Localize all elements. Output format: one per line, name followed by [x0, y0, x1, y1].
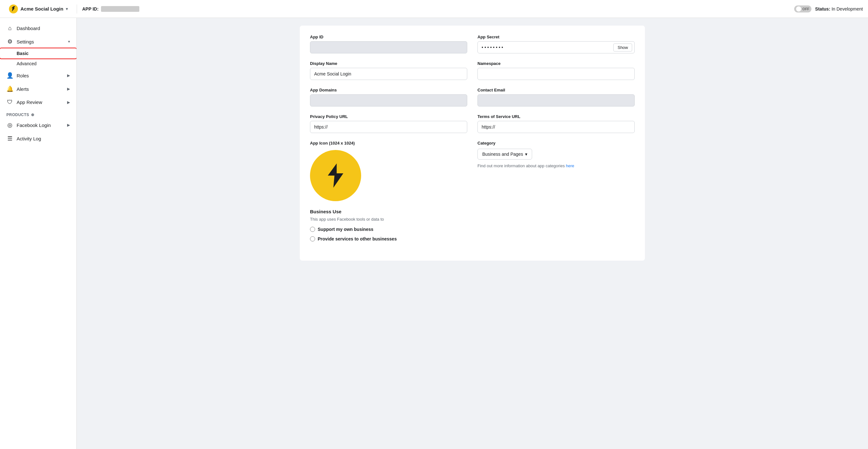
category-arrow: ▾ [525, 152, 527, 157]
facebook-login-label: Facebook Login [17, 122, 51, 128]
tos-input[interactable] [477, 121, 635, 133]
app-review-arrow: ▶ [67, 100, 70, 104]
home-icon: ⌂ [6, 25, 13, 32]
sidebar-item-basic[interactable]: Basic [0, 48, 76, 59]
sidebar-item-app-review[interactable]: 🛡 App Review ▶ [0, 96, 76, 109]
dropdown-icon: ▾ [66, 7, 68, 11]
category-info: Find out more information about app cate… [477, 163, 635, 168]
category-dropdown[interactable]: Business and Pages ▾ [477, 149, 532, 159]
status-toggle[interactable]: OFF [794, 5, 811, 12]
category-value: Business and Pages [482, 152, 523, 157]
contact-email-input[interactable] [477, 94, 635, 107]
display-name-input[interactable] [310, 68, 467, 80]
row-display-namespace: Display Name Namespace [310, 61, 635, 80]
group-category: Category Business and Pages ▾ Find out m… [477, 141, 635, 201]
row-app-id-secret: App ID App Secret Show [310, 34, 635, 53]
secret-wrapper: Show [477, 41, 635, 53]
sidebar-item-settings[interactable]: ⚙ Settings ▾ [0, 35, 76, 48]
app-id-field-label: App ID [310, 34, 467, 39]
app-review-label: App Review [17, 99, 42, 105]
products-label: PRODUCTS [6, 113, 29, 117]
radio-own-business-label: Support my own business [318, 227, 373, 232]
sidebar-item-activity-log[interactable]: ☰ Activity Log [0, 132, 76, 145]
topbar-right: OFF Status: In Development [794, 5, 863, 12]
toggle-circle [796, 6, 801, 11]
status-label: Status: [815, 6, 830, 11]
sidebar: ⌂ Dashboard ⚙ Settings ▾ Basic Advanced … [0, 18, 77, 449]
group-app-domains: App Domains [310, 88, 467, 107]
privacy-policy-input[interactable] [310, 121, 467, 133]
app-domains-label: App Domains [310, 88, 467, 92]
basic-label: Basic [17, 51, 28, 56]
row-privacy-tos: Privacy Policy URL Terms of Service URL [310, 114, 635, 133]
settings-label: Settings [17, 39, 34, 44]
alerts-arrow: ▶ [67, 87, 70, 91]
bell-icon: 🔔 [6, 85, 13, 92]
row-business-use: Business Use This app uses Facebook tool… [310, 209, 635, 244]
app-selector[interactable]: Acme Social Login ▾ [5, 3, 71, 16]
namespace-input[interactable] [477, 68, 635, 80]
roles-label: Roles [17, 73, 29, 78]
group-app-icon: App Icon (1024 x 1024) [310, 141, 467, 201]
group-contact-email: Contact Email [477, 88, 635, 107]
business-use-title: Business Use [310, 209, 467, 214]
status-text: Status: In Development [815, 6, 863, 11]
app-icon-label: App Icon (1024 x 1024) [310, 141, 467, 146]
app-name: Acme Social Login [21, 6, 63, 11]
app-domains-input[interactable] [310, 94, 467, 107]
group-display-name: Display Name [310, 61, 467, 80]
roles-arrow: ▶ [67, 73, 70, 78]
row-domains-email: App Domains Contact Email [310, 88, 635, 107]
alerts-label: Alerts [17, 86, 29, 92]
group-app-secret: App Secret Show [477, 34, 635, 53]
display-name-label: Display Name [310, 61, 467, 66]
advanced-label: Advanced [17, 61, 36, 66]
svg-marker-0 [11, 6, 15, 11]
radio-own-business[interactable] [310, 227, 315, 232]
group-privacy-policy: Privacy Policy URL [310, 114, 467, 133]
topbar: Acme Social Login ▾ APP ID: OFF Status: … [0, 0, 868, 18]
settings-card: App ID App Secret Show Display Name [300, 26, 645, 261]
app-secret-field-label: App Secret [477, 34, 635, 39]
main-content: App ID App Secret Show Display Name [77, 18, 868, 449]
radio-services-label: Provide services to other businesses [318, 236, 397, 241]
add-product-icon[interactable]: ⊕ [31, 113, 34, 117]
group-namespace: Namespace [477, 61, 635, 80]
contact-email-label: Contact Email [477, 88, 635, 92]
radio-services[interactable] [310, 236, 315, 241]
settings-arrow: ▾ [68, 39, 70, 44]
namespace-label: Namespace [477, 61, 635, 66]
category-field-label: Category [477, 141, 635, 146]
sidebar-item-facebook-login[interactable]: ◎ Facebook Login ▶ [0, 118, 76, 132]
group-placeholder [477, 209, 635, 244]
products-section: PRODUCTS ⊕ [0, 109, 76, 118]
dashboard-label: Dashboard [17, 26, 40, 31]
sidebar-item-advanced[interactable]: Advanced [0, 59, 76, 69]
app-id-label: APP ID: [82, 6, 98, 11]
tos-label: Terms of Service URL [477, 114, 635, 119]
facebook-login-arrow: ▶ [67, 123, 70, 127]
show-secret-button[interactable]: Show [613, 43, 632, 52]
facebook-login-icon: ◎ [6, 122, 13, 128]
app-secret-input[interactable] [477, 41, 635, 53]
shield-icon: 🛡 [6, 99, 13, 106]
app-logo [9, 4, 18, 13]
topbar-divider [77, 4, 77, 13]
activity-log-label: Activity Log [17, 136, 41, 141]
svg-marker-1 [328, 163, 343, 188]
sidebar-item-alerts[interactable]: 🔔 Alerts ▶ [0, 82, 76, 96]
app-id-input[interactable] [310, 41, 467, 53]
activity-log-icon: ☰ [6, 135, 13, 142]
sidebar-item-dashboard[interactable]: ⌂ Dashboard [0, 22, 76, 35]
category-info-link[interactable]: here [566, 163, 574, 168]
toggle-label: OFF [803, 7, 809, 11]
app-icon-preview[interactable] [310, 150, 361, 201]
category-info-text: Find out more information about app cate… [477, 163, 565, 168]
radio-option-services[interactable]: Provide services to other businesses [310, 236, 467, 241]
status-value: In Development [832, 6, 863, 11]
privacy-policy-label: Privacy Policy URL [310, 114, 467, 119]
radio-option-own-business[interactable]: Support my own business [310, 227, 467, 232]
layout: ⌂ Dashboard ⚙ Settings ▾ Basic Advanced … [0, 18, 868, 449]
sidebar-item-roles[interactable]: 👤 Roles ▶ [0, 69, 76, 82]
gear-icon: ⚙ [6, 38, 13, 45]
